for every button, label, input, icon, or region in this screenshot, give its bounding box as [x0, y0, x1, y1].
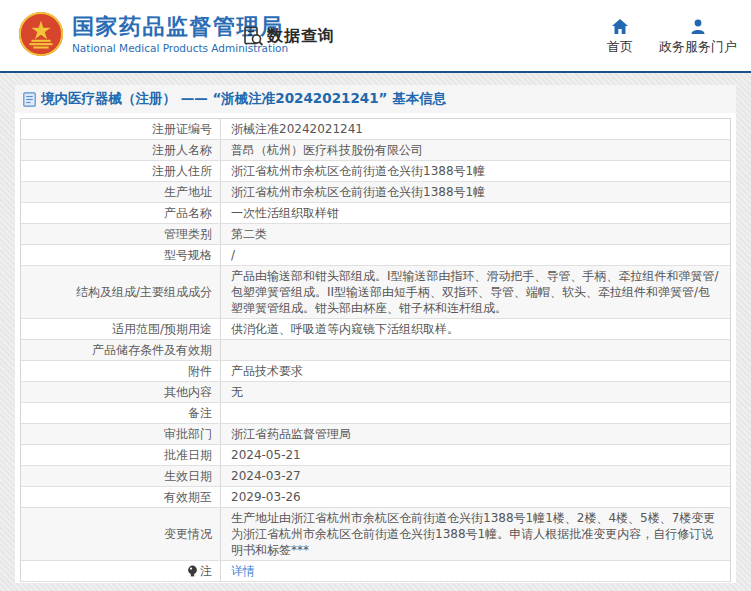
page-title: 境内医疗器械（注册） —— “浙械注准20242021241” 基本信息: [41, 90, 446, 108]
national-emblem-icon: [18, 11, 64, 57]
row-value: [221, 340, 730, 360]
table-row: 注册证编号 浙械注准20242021241: [21, 119, 730, 140]
row-label: 产品储存条件及有效期: [21, 340, 221, 360]
row-value: 普昂（杭州）医疗科技股份有限公司: [221, 140, 730, 160]
row-label: 注: [21, 561, 221, 581]
data-query-nav[interactable]: 数据查询: [243, 26, 335, 47]
table-row: 产品储存条件及有效期: [21, 340, 730, 361]
row-value: 产品由输送部和钳头部组成。I型输送部由指环、滑动把手、导管、手柄、牵拉组件和弹簧…: [221, 266, 730, 318]
row-label: 附件: [21, 361, 221, 381]
table-row: 注册人名称 普昂（杭州）医疗科技股份有限公司: [21, 140, 730, 161]
row-label: 生产地址: [21, 182, 221, 202]
bulb-icon: [187, 565, 198, 577]
user-icon: [690, 19, 706, 34]
row-value: 第二类: [221, 224, 730, 244]
row-value: 2029-03-26: [221, 487, 730, 507]
table-row: 备注: [21, 403, 730, 424]
row-label: 型号规格: [21, 245, 221, 265]
document-search-icon: [243, 26, 264, 47]
table-row: 批准日期 2024-05-21: [21, 445, 730, 466]
row-value: 产品技术要求: [221, 361, 730, 381]
table-row: 结构及组成/主要组成成分 产品由输送部和钳头部组成。I型输送部由指环、滑动把手、…: [21, 266, 730, 319]
row-label: 结构及组成/主要组成成分: [21, 266, 221, 318]
table-row: 生产地址 浙江省杭州市余杭区仓前街道仓兴街1388号1幢: [21, 182, 730, 203]
nav-home[interactable]: 首页: [607, 19, 633, 56]
row-value: 一次性活组织取样钳: [221, 203, 730, 223]
row-label: 生效日期: [21, 466, 221, 486]
table-row: 注册人住所 浙江省杭州市余杭区仓前街道仓兴街1388号1幢: [21, 161, 730, 182]
row-label: 产品名称: [21, 203, 221, 223]
row-label: 备注: [21, 403, 221, 423]
row-label: 管理类别: [21, 224, 221, 244]
nav-portal-label: 政务服务门户: [659, 38, 737, 56]
row-value: /: [221, 245, 730, 265]
table-row: 生效日期 2024-03-27: [21, 466, 730, 487]
row-label: 变更情况: [21, 508, 221, 560]
row-value: 无: [221, 382, 730, 402]
row-value: 2024-05-21: [221, 445, 730, 465]
table-row: 型号规格 /: [21, 245, 730, 266]
table-row: 附件 产品技术要求: [21, 361, 730, 382]
site-header: 国家药品监督管理局 National Medical Products Admi…: [0, 0, 751, 73]
breadcrumb: 境内医疗器械（注册） —— “浙械注准20242021241” 基本信息: [15, 85, 736, 113]
row-label: 批准日期: [21, 445, 221, 465]
table-row: 管理类别 第二类: [21, 224, 730, 245]
row-label: 适用范围/预期用途: [21, 319, 221, 339]
table-row: 审批部门 浙江省药品监督管理局: [21, 424, 730, 445]
table-row: 变更情况 生产地址由浙江省杭州市余杭区仓前街道仓兴街1388号1幢1楼、2楼、4…: [21, 508, 730, 561]
row-label: 有效期至: [21, 487, 221, 507]
table-row: 注 详情: [21, 561, 730, 582]
row-value: 生产地址由浙江省杭州市余杭区仓前街道仓兴街1388号1幢1楼、2楼、4楼、5楼、…: [221, 508, 730, 560]
row-value: 浙江省杭州市余杭区仓前街道仓兴街1388号1幢: [221, 161, 730, 181]
nav-home-label: 首页: [607, 38, 633, 56]
data-query-label: 数据查询: [267, 26, 335, 47]
table-row: 适用范围/预期用途 供消化道、呼吸道等内窥镜下活组织取样。: [21, 319, 730, 340]
table-row: 其他内容 无: [21, 382, 730, 403]
row-value: 详情: [221, 561, 730, 581]
table-row: 产品名称 一次性活组织取样钳: [21, 203, 730, 224]
row-value: 浙江省药品监督管理局: [221, 424, 730, 444]
nav-portal[interactable]: 政务服务门户: [659, 19, 737, 56]
registration-info-table: 注册证编号 浙械注准20242021241 注册人名称 普昂（杭州）医疗科技股份…: [20, 118, 731, 582]
home-icon: [612, 19, 628, 34]
row-value: 供消化道、呼吸道等内窥镜下活组织取样。: [221, 319, 730, 339]
content-panel: 境内医疗器械（注册） —— “浙械注准20242021241” 基本信息 注册证…: [15, 85, 736, 583]
row-label: 注册人住所: [21, 161, 221, 181]
table-row: 有效期至 2029-03-26: [21, 487, 730, 508]
row-label: 注册人名称: [21, 140, 221, 160]
row-label: 注册证编号: [21, 119, 221, 139]
top-nav: 首页 政务服务门户: [607, 19, 737, 56]
row-value: 2024-03-27: [221, 466, 730, 486]
document-icon: [23, 92, 36, 107]
detail-link[interactable]: 详情: [231, 564, 255, 578]
row-value: 浙江省杭州市余杭区仓前街道仓兴街1388号1幢: [221, 182, 730, 202]
row-label: 其他内容: [21, 382, 221, 402]
row-value: [221, 403, 730, 423]
row-label: 审批部门: [21, 424, 221, 444]
row-value: 浙械注准20242021241: [221, 119, 730, 139]
